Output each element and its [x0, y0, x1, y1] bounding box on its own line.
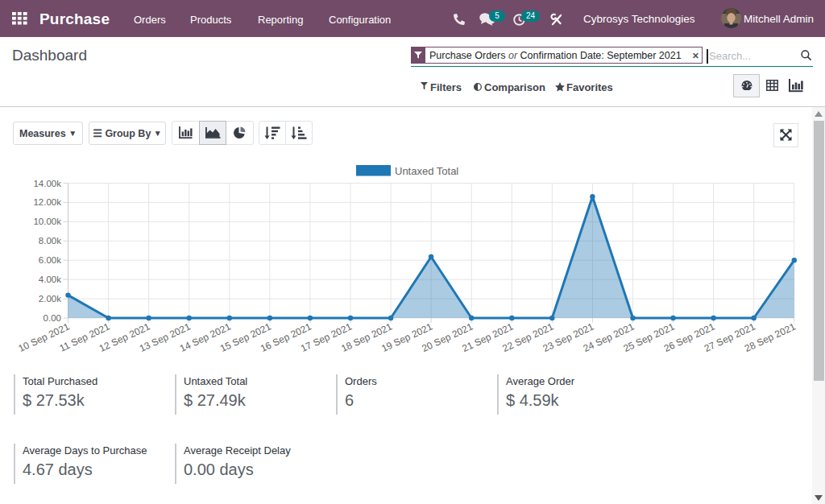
svg-text:12.00k: 12.00k: [33, 197, 61, 207]
svg-text:4.00k: 4.00k: [39, 275, 61, 284]
svg-text:6.00k: 6.00k: [39, 255, 61, 265]
svg-text:Untaxed Total: Untaxed Total: [395, 165, 458, 177]
svg-text:14.00k: 14.00k: [33, 179, 61, 188]
svg-text:8.00k: 8.00k: [39, 236, 61, 246]
svg-text:0.00: 0.00: [44, 313, 61, 323]
svg-text:10.00k: 10.00k: [33, 217, 61, 226]
svg-text:2.00k: 2.00k: [39, 294, 61, 304]
